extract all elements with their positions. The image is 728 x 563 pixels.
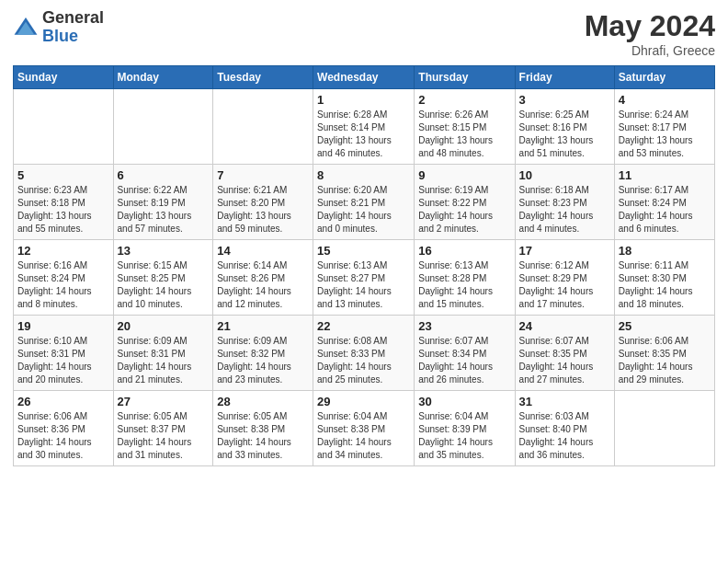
- day-info: Sunrise: 6:15 AM Sunset: 8:25 PM Dayligh…: [118, 259, 210, 311]
- day-number: 7: [217, 168, 309, 182]
- day-info: Sunrise: 6:24 AM Sunset: 8:17 PM Dayligh…: [619, 109, 711, 160]
- day-info: Sunrise: 6:21 AM Sunset: 8:20 PM Dayligh…: [217, 184, 309, 236]
- calendar-cell: 2Sunrise: 6:26 AM Sunset: 8:15 PM Daylig…: [415, 89, 515, 165]
- day-number: 20: [118, 319, 210, 333]
- day-number: 18: [619, 244, 711, 258]
- calendar-cell: 4Sunrise: 6:24 AM Sunset: 8:17 PM Daylig…: [614, 89, 714, 165]
- calendar-week-2: 12Sunrise: 6:16 AM Sunset: 8:24 PM Dayli…: [14, 240, 715, 316]
- calendar-cell: 12Sunrise: 6:16 AM Sunset: 8:24 PM Dayli…: [14, 240, 114, 316]
- day-number: 31: [519, 395, 610, 408]
- day-number: 12: [17, 244, 109, 258]
- day-info: Sunrise: 6:07 AM Sunset: 8:35 PM Dayligh…: [519, 335, 610, 386]
- day-info: Sunrise: 6:16 AM Sunset: 8:24 PM Dayligh…: [17, 259, 109, 311]
- calendar-cell: 6Sunrise: 6:22 AM Sunset: 8:19 PM Daylig…: [113, 165, 213, 240]
- day-info: Sunrise: 6:20 AM Sunset: 8:21 PM Dayligh…: [317, 184, 410, 236]
- day-info: Sunrise: 6:09 AM Sunset: 8:32 PM Dayligh…: [217, 335, 309, 386]
- calendar-cell: 3Sunrise: 6:25 AM Sunset: 8:16 PM Daylig…: [515, 89, 614, 165]
- col-wednesday: Wednesday: [313, 66, 415, 89]
- calendar-cell: 15Sunrise: 6:13 AM Sunset: 8:27 PM Dayli…: [313, 240, 415, 316]
- day-info: Sunrise: 6:13 AM Sunset: 8:28 PM Dayligh…: [418, 259, 510, 311]
- day-info: Sunrise: 6:09 AM Sunset: 8:31 PM Dayligh…: [118, 335, 210, 386]
- calendar-week-1: 5Sunrise: 6:23 AM Sunset: 8:18 PM Daylig…: [14, 165, 715, 240]
- calendar-cell: 29Sunrise: 6:04 AM Sunset: 8:38 PM Dayli…: [313, 391, 415, 466]
- day-info: Sunrise: 6:10 AM Sunset: 8:31 PM Dayligh…: [17, 335, 109, 386]
- logo-icon: [13, 15, 39, 40]
- logo-blue-text: Blue: [42, 28, 104, 46]
- day-info: Sunrise: 6:19 AM Sunset: 8:22 PM Dayligh…: [418, 184, 510, 236]
- day-info: Sunrise: 6:06 AM Sunset: 8:36 PM Dayligh…: [17, 410, 109, 462]
- calendar-title: May 2024: [585, 9, 715, 43]
- calendar-cell: [14, 89, 114, 165]
- day-number: 26: [17, 395, 109, 408]
- calendar-cell: 27Sunrise: 6:05 AM Sunset: 8:37 PM Dayli…: [113, 391, 213, 466]
- day-number: 17: [519, 244, 610, 258]
- day-info: Sunrise: 6:07 AM Sunset: 8:34 PM Dayligh…: [418, 335, 510, 386]
- day-number: 30: [418, 395, 510, 408]
- calendar-cell: 28Sunrise: 6:05 AM Sunset: 8:38 PM Dayli…: [213, 391, 313, 466]
- day-info: Sunrise: 6:06 AM Sunset: 8:35 PM Dayligh…: [619, 335, 711, 386]
- col-thursday: Thursday: [415, 66, 515, 89]
- day-number: 23: [418, 319, 510, 333]
- day-info: Sunrise: 6:03 AM Sunset: 8:40 PM Dayligh…: [519, 410, 610, 462]
- logo: General Blue: [13, 9, 104, 46]
- calendar-cell: 17Sunrise: 6:12 AM Sunset: 8:29 PM Dayli…: [515, 240, 614, 316]
- calendar-location: Dhrafi, Greece: [585, 43, 715, 58]
- calendar-cell: 14Sunrise: 6:14 AM Sunset: 8:26 PM Dayli…: [213, 240, 313, 316]
- day-number: 25: [619, 319, 711, 333]
- calendar-cell: 13Sunrise: 6:15 AM Sunset: 8:25 PM Dayli…: [113, 240, 213, 316]
- calendar-cell: 11Sunrise: 6:17 AM Sunset: 8:24 PM Dayli…: [614, 165, 714, 240]
- header: General Blue May 2024 Dhrafi, Greece: [13, 9, 715, 58]
- day-info: Sunrise: 6:12 AM Sunset: 8:29 PM Dayligh…: [519, 259, 610, 311]
- day-info: Sunrise: 6:28 AM Sunset: 8:14 PM Dayligh…: [317, 109, 410, 160]
- calendar-cell: 16Sunrise: 6:13 AM Sunset: 8:28 PM Dayli…: [415, 240, 515, 316]
- day-info: Sunrise: 6:17 AM Sunset: 8:24 PM Dayligh…: [619, 184, 711, 236]
- day-number: 13: [118, 244, 210, 258]
- calendar-cell: 25Sunrise: 6:06 AM Sunset: 8:35 PM Dayli…: [614, 316, 714, 391]
- day-number: 5: [17, 168, 109, 182]
- day-number: 4: [619, 93, 711, 107]
- day-number: 27: [118, 395, 210, 408]
- calendar-cell: 7Sunrise: 6:21 AM Sunset: 8:20 PM Daylig…: [213, 165, 313, 240]
- col-friday: Friday: [515, 66, 614, 89]
- day-info: Sunrise: 6:18 AM Sunset: 8:23 PM Dayligh…: [519, 184, 610, 236]
- day-number: 6: [118, 168, 210, 182]
- day-number: 28: [217, 395, 309, 408]
- day-number: 2: [418, 93, 510, 107]
- page: General Blue May 2024 Dhrafi, Greece Sun…: [0, 0, 728, 563]
- day-info: Sunrise: 6:14 AM Sunset: 8:26 PM Dayligh…: [217, 259, 309, 311]
- calendar-cell: 31Sunrise: 6:03 AM Sunset: 8:40 PM Dayli…: [515, 391, 614, 466]
- day-number: 11: [619, 168, 711, 182]
- calendar-cell: 21Sunrise: 6:09 AM Sunset: 8:32 PM Dayli…: [213, 316, 313, 391]
- day-number: 3: [519, 93, 610, 107]
- day-number: 9: [418, 168, 510, 182]
- calendar-cell: 19Sunrise: 6:10 AM Sunset: 8:31 PM Dayli…: [14, 316, 114, 391]
- calendar-cell: [113, 89, 213, 165]
- day-number: 24: [519, 319, 610, 333]
- day-number: 16: [418, 244, 510, 258]
- calendar-cell: 18Sunrise: 6:11 AM Sunset: 8:30 PM Dayli…: [614, 240, 714, 316]
- day-info: Sunrise: 6:25 AM Sunset: 8:16 PM Dayligh…: [519, 109, 610, 160]
- calendar-table: Sunday Monday Tuesday Wednesday Thursday…: [13, 65, 715, 466]
- col-tuesday: Tuesday: [213, 66, 313, 89]
- logo-text: General Blue: [42, 9, 104, 46]
- day-number: 29: [317, 395, 410, 408]
- day-info: Sunrise: 6:04 AM Sunset: 8:39 PM Dayligh…: [418, 410, 510, 462]
- day-info: Sunrise: 6:05 AM Sunset: 8:37 PM Dayligh…: [118, 410, 210, 462]
- calendar-cell: 8Sunrise: 6:20 AM Sunset: 8:21 PM Daylig…: [313, 165, 415, 240]
- logo-general-text: General: [42, 9, 104, 28]
- calendar-cell: 23Sunrise: 6:07 AM Sunset: 8:34 PM Dayli…: [415, 316, 515, 391]
- calendar-cell: 9Sunrise: 6:19 AM Sunset: 8:22 PM Daylig…: [415, 165, 515, 240]
- day-info: Sunrise: 6:08 AM Sunset: 8:33 PM Dayligh…: [317, 335, 410, 386]
- day-number: 19: [17, 319, 109, 333]
- calendar-cell: 10Sunrise: 6:18 AM Sunset: 8:23 PM Dayli…: [515, 165, 614, 240]
- calendar-cell: 20Sunrise: 6:09 AM Sunset: 8:31 PM Dayli…: [113, 316, 213, 391]
- day-number: 10: [519, 168, 610, 182]
- col-monday: Monday: [113, 66, 213, 89]
- day-number: 14: [217, 244, 309, 258]
- col-sunday: Sunday: [14, 66, 114, 89]
- day-info: Sunrise: 6:26 AM Sunset: 8:15 PM Dayligh…: [418, 109, 510, 160]
- day-info: Sunrise: 6:05 AM Sunset: 8:38 PM Dayligh…: [217, 410, 309, 462]
- calendar-cell: 22Sunrise: 6:08 AM Sunset: 8:33 PM Dayli…: [313, 316, 415, 391]
- day-number: 21: [217, 319, 309, 333]
- calendar-cell: 24Sunrise: 6:07 AM Sunset: 8:35 PM Dayli…: [515, 316, 614, 391]
